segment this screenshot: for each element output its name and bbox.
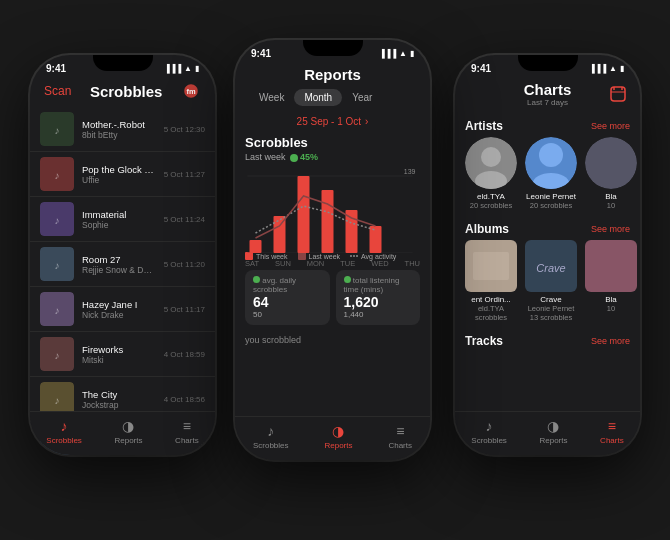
svg-point-17 xyxy=(290,154,298,162)
tab-year[interactable]: Year xyxy=(342,89,382,106)
album-artist-1: Leonie Pernet xyxy=(525,304,577,313)
album-thumb-1: Crave xyxy=(525,240,577,292)
stat-card-time: total listening time (mins) 1,620 1,440 xyxy=(336,270,421,325)
albums-section-header: Albums See more xyxy=(455,216,640,240)
album-count-1: 13 scrobbles xyxy=(525,313,577,322)
pct-badge: 45% xyxy=(290,152,319,162)
date-range[interactable]: 25 Sep - 1 Oct › xyxy=(235,112,430,131)
artist-card-0[interactable]: eld.TYA 20 scrobbles xyxy=(465,137,517,210)
phone-left: 9:41 ▐▐▐ ▲ ▮ Scan Scrobbles fm xyxy=(30,55,215,455)
signal-icon-c: ▐▐▐ xyxy=(379,49,396,58)
you-scrobbled-label: you scrobbled xyxy=(235,331,430,349)
battery-icon-r: ▮ xyxy=(620,64,624,73)
svg-text:♪: ♪ xyxy=(55,350,60,361)
charts-nav-icon: ≡ xyxy=(183,418,191,434)
svg-text:♪: ♪ xyxy=(55,260,60,271)
scrobbles-nav-label: Scrobbles xyxy=(46,436,82,445)
scrobble-thumb: ♪ xyxy=(40,292,74,326)
stat-card-scrobbles: avg. daily scrobbles 64 50 xyxy=(245,270,330,325)
album-count-2: 10 xyxy=(585,304,637,313)
svg-text:♪: ♪ xyxy=(55,395,60,406)
chart-title: Scrobbles xyxy=(245,135,420,150)
scrobbles-nav-icon: ♪ xyxy=(61,418,68,434)
scrobble-info: Hazey Jane I Nick Drake xyxy=(82,299,156,320)
charts-icon-c: ≡ xyxy=(396,423,404,439)
scrobbles-icon-r: ♪ xyxy=(486,418,493,434)
nav-scrobbles-right[interactable]: ♪ Scrobbles xyxy=(471,418,507,445)
svg-rect-24 xyxy=(322,190,334,253)
nav-scrobbles-left[interactable]: ♪ Scrobbles xyxy=(46,418,82,445)
nav-charts-left[interactable]: ≡ Charts xyxy=(175,418,199,445)
artist-count-1: 20 scrobbles xyxy=(525,201,577,210)
svg-rect-47 xyxy=(585,240,637,292)
reports-label-c: Reports xyxy=(324,441,352,450)
scrobbles-icon-c: ♪ xyxy=(267,423,274,439)
battery-icon-c: ▮ xyxy=(410,49,414,58)
artists-see-more[interactable]: See more xyxy=(591,121,630,131)
artist-card-2[interactable]: Bla 10 xyxy=(585,137,637,210)
scrobble-thumb: ♪ xyxy=(40,157,74,191)
lastfm-icon: fm xyxy=(181,81,201,101)
status-time-left: 9:41 xyxy=(46,63,66,74)
stat-sub-0: 50 xyxy=(253,310,322,319)
scrobble-track: Immaterial xyxy=(82,209,156,220)
albums-see-more[interactable]: See more xyxy=(591,224,630,234)
reports-nav-label: Reports xyxy=(114,436,142,445)
page-title-center: Reports xyxy=(304,66,361,83)
album-card-1[interactable]: Crave Crave Leonie Pernet 13 scrobbles xyxy=(525,240,577,322)
scrobble-item[interactable]: ♪ Mother.-.Robot 8bit bEtty 5 Oct 12:30 xyxy=(30,107,215,152)
nav-charts-right[interactable]: ≡ Charts xyxy=(600,418,624,445)
header-center: Reports xyxy=(235,62,430,89)
scrobble-item[interactable]: ♪ Pop the Glock (Original... Uffie 5 Oct… xyxy=(30,152,215,197)
chevron-right-icon: › xyxy=(365,116,368,127)
reports-nav-icon: ◑ xyxy=(122,418,134,434)
scrobble-info: The City Jockstrap xyxy=(82,389,156,410)
albums-title: Albums xyxy=(465,222,509,236)
chart-days: SATSUNMONTUEWEDTHU xyxy=(245,257,420,270)
wifi-icon: ▲ xyxy=(184,64,192,73)
tab-week[interactable]: Week xyxy=(249,89,294,106)
svg-point-30 xyxy=(253,276,260,283)
artist-card-1[interactable]: Leonie Pernet 20 scrobbles xyxy=(525,137,577,210)
header-right: Charts Last 7 days xyxy=(455,77,640,113)
scan-button[interactable]: Scan xyxy=(44,84,71,98)
tracks-see-more[interactable]: See more xyxy=(591,336,630,346)
nav-reports-right[interactable]: ◑ Reports xyxy=(539,418,567,445)
tab-month[interactable]: Month xyxy=(294,89,342,106)
scrobble-artist: Uffie xyxy=(82,175,156,185)
album-card-0[interactable]: ent Ordin... eld.TYA scrobbles xyxy=(465,240,517,322)
svg-text:♪: ♪ xyxy=(55,170,60,181)
album-count-0: scrobbles xyxy=(465,313,517,322)
album-card-2[interactable]: Bla 10 xyxy=(585,240,637,322)
scrobble-artist: Jockstrap xyxy=(82,400,156,410)
nav-reports-left[interactable]: ◑ Reports xyxy=(114,418,142,445)
status-icons-right: ▐▐▐ ▲ ▮ xyxy=(589,64,624,73)
stat-sub-1: 1,440 xyxy=(344,310,413,319)
scrobble-time: 4 Oct 18:59 xyxy=(164,350,205,359)
wifi-icon-r: ▲ xyxy=(609,64,617,73)
scrobble-item[interactable]: ♪ Immaterial Sophie 5 Oct 11:24 xyxy=(30,197,215,242)
scrobble-item[interactable]: ♪ Fireworks Mitski 4 Oct 18:59 xyxy=(30,332,215,377)
scrobble-time: 5 Oct 11:24 xyxy=(164,215,205,224)
date-range-text: 25 Sep - 1 Oct xyxy=(297,116,361,127)
nav-reports-center[interactable]: ◑ Reports xyxy=(324,423,352,450)
nav-charts-center[interactable]: ≡ Charts xyxy=(388,423,412,450)
status-icons-center: ▐▐▐ ▲ ▮ xyxy=(379,49,414,58)
scrobble-item[interactable]: ♪ Hazey Jane I Nick Drake 5 Oct 11:17 xyxy=(30,287,215,332)
album-thumb-2 xyxy=(585,240,637,292)
nav-scrobbles-center[interactable]: ♪ Scrobbles xyxy=(253,423,289,450)
notch-center xyxy=(303,40,363,56)
scrobble-list: ♪ Mother.-.Robot 8bit bEtty 5 Oct 12:30 … xyxy=(30,107,215,455)
scrobble-item[interactable]: ♪ Room 27 Rejjie Snow & Dana Williams 5 … xyxy=(30,242,215,287)
scrobble-time: 5 Oct 11:27 xyxy=(164,170,205,179)
scrobble-thumb: ♪ xyxy=(40,247,74,281)
signal-icon-r: ▐▐▐ xyxy=(589,64,606,73)
scrobble-track: Mother.-.Robot xyxy=(82,119,156,130)
album-name-0: ent Ordin... xyxy=(465,295,517,304)
artist-count-2: 10 xyxy=(585,201,637,210)
charts-nav-label: Charts xyxy=(175,436,199,445)
scrobble-artist: Sophie xyxy=(82,220,156,230)
scrobble-track: Hazey Jane I xyxy=(82,299,156,310)
artist-avatar-1 xyxy=(525,137,577,189)
scrobble-info: Immaterial Sophie xyxy=(82,209,156,230)
